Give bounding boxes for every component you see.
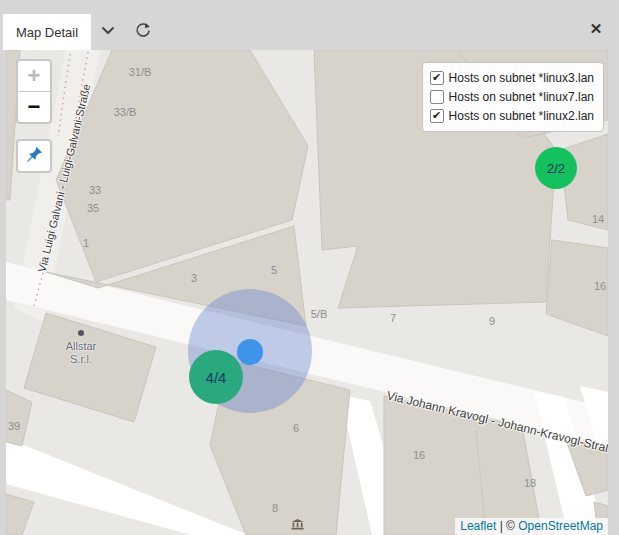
subnet-legend: ✔Hosts on subnet *linux3.lanHosts on sub… <box>422 62 604 132</box>
close-icon[interactable]: ✕ <box>587 20 605 38</box>
poi-allstar-label: Allstar S.r.l. <box>66 340 97 366</box>
pin-button[interactable] <box>16 139 52 173</box>
openstreetmap-link[interactable]: OpenStreetMap <box>518 519 603 533</box>
poi-museum: Cinè Museum <box>264 516 332 535</box>
checkbox-checked[interactable]: ✔ <box>430 71 444 85</box>
attribution-separator: | <box>496 519 506 533</box>
house-number: 16 <box>594 280 606 292</box>
house-number: 18 <box>524 477 536 489</box>
house-number: 7 <box>390 312 396 324</box>
map-canvas[interactable]: Via Luigi Galvani - Luigi-Galvani-Straße… <box>6 50 608 535</box>
zoom-out-button[interactable]: − <box>18 92 50 122</box>
legend-label: Hosts on subnet *linux3.lan <box>449 71 594 85</box>
house-number: 8 <box>272 502 278 514</box>
poi-dot <box>78 330 84 336</box>
house-number: 33/B <box>114 106 137 118</box>
house-number: 9 <box>489 315 495 327</box>
museum-icon <box>264 516 332 534</box>
map-attribution: Leaflet | © OpenStreetMap <box>455 518 608 535</box>
legend-row[interactable]: ✔Hosts on subnet *linux3.lan <box>430 68 594 87</box>
legend-row[interactable]: ✔Hosts on subnet *linux2.lan <box>430 106 594 125</box>
refresh-icon[interactable] <box>134 21 152 39</box>
host-group-marker-4of4[interactable]: 4/4 <box>189 350 243 404</box>
house-number: 1 <box>83 237 89 249</box>
house-number: 5 <box>271 264 277 276</box>
pushpin-icon <box>25 145 44 168</box>
house-number: 33 <box>89 184 101 196</box>
checkbox-checked[interactable]: ✔ <box>430 109 444 123</box>
house-number: 35 <box>87 202 99 214</box>
host-group-marker-2of2[interactable]: 2/2 <box>535 147 577 189</box>
house-number: 5/B <box>311 308 328 320</box>
attribution-copyright: © <box>506 519 518 533</box>
zoom-in-button[interactable]: + <box>18 61 50 92</box>
zoom-control: + − <box>16 59 52 124</box>
location-dot <box>237 339 263 365</box>
chevron-down-icon[interactable] <box>99 24 117 36</box>
house-number: 6 <box>293 422 299 434</box>
house-number: 14 <box>592 213 604 225</box>
tab-map-detail[interactable]: Map Detail <box>3 14 91 50</box>
checkbox-unchecked[interactable] <box>430 90 444 104</box>
legend-label: Hosts on subnet *linux7.lan <box>449 90 594 104</box>
house-number: 3 <box>191 272 197 284</box>
house-number: 39 <box>8 420 20 432</box>
legend-label: Hosts on subnet *linux2.lan <box>449 109 594 123</box>
panel-titlebar: Map Detail ✕ <box>0 0 619 50</box>
house-number: 31/B <box>129 66 152 78</box>
leaflet-link[interactable]: Leaflet <box>460 519 496 533</box>
house-number: 16 <box>413 449 425 461</box>
legend-row[interactable]: Hosts on subnet *linux7.lan <box>430 87 594 106</box>
